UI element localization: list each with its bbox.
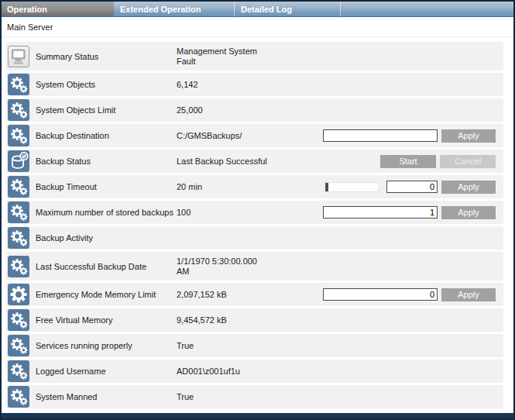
apply-button[interactable]: Apply xyxy=(441,129,496,143)
page-title: Main Server xyxy=(7,22,53,32)
row-value: 100 xyxy=(177,208,293,218)
max-stored-backups-input[interactable] xyxy=(323,206,438,219)
row-controls: Apply xyxy=(324,181,496,194)
page-header: Main Server xyxy=(2,17,513,37)
row-value: 9,454,572 kB xyxy=(177,315,293,325)
gears-icon xyxy=(8,360,29,382)
row-value: True xyxy=(177,341,293,351)
gears-icon xyxy=(8,227,29,249)
cancel-button[interactable]: Cancel xyxy=(440,155,496,168)
apply-button[interactable]: Apply xyxy=(441,288,496,301)
backup-destination-input[interactable] xyxy=(323,129,438,142)
row-system-objects: System Objects 6,142 xyxy=(6,73,503,96)
tab-extended-operation[interactable]: Extended Operation xyxy=(114,2,235,16)
row-value: 2,097,152 kB xyxy=(177,290,293,300)
row-backup-activity: Backup Activity xyxy=(6,226,503,250)
window-bottom-bar xyxy=(2,413,513,418)
row-label: Free Virtual Memory xyxy=(36,315,177,325)
row-value: 6,142 xyxy=(177,80,293,90)
row-max-stored-backups: Maximum number of stored backups 100 App… xyxy=(6,201,503,224)
row-label: Maximum number of stored backups xyxy=(36,208,177,217)
row-label: Services running properly xyxy=(36,341,177,350)
row-value: 25,000 xyxy=(177,105,293,115)
tab-extended-operation-label: Extended Operation xyxy=(120,5,201,14)
tab-operation-label: Operation xyxy=(7,5,47,14)
row-system-manned: System Manned True xyxy=(6,385,503,408)
row-logged-username: Logged Username AD001\z001uf1u xyxy=(6,360,503,383)
row-controls: Apply xyxy=(323,129,496,143)
gears-icon xyxy=(8,201,29,223)
row-value: Last Backup Successful xyxy=(177,157,293,167)
row-system-objects-limit: System Objects Limit 25,000 xyxy=(6,98,503,122)
row-label: Summary Status xyxy=(36,52,177,61)
property-rows: Summary Status Management System Fault S… xyxy=(2,42,513,408)
row-summary-status: Summary Status Management System Fault xyxy=(6,42,503,71)
row-services-running-properly: Services running properly True xyxy=(6,334,503,357)
row-value: Management System Fault xyxy=(177,46,293,67)
row-label: System Objects xyxy=(36,80,177,89)
gear-icon xyxy=(8,284,29,305)
row-label: System Manned xyxy=(36,392,177,401)
row-last-successful-backup-date: Last Successful Backup Date 1/1/1970 5:3… xyxy=(6,252,503,281)
gears-icon xyxy=(8,335,29,356)
gears-icon xyxy=(8,74,29,95)
database-check-icon xyxy=(8,150,29,172)
tab-bar-filler xyxy=(341,2,513,16)
row-label: Backup Status xyxy=(36,157,177,166)
gears-icon xyxy=(8,176,29,198)
row-value: AD001\z001uf1u xyxy=(177,367,293,377)
row-controls: Start Cancel xyxy=(380,155,496,168)
tab-bar: Operation Extended Operation Detailed Lo… xyxy=(2,2,513,17)
gears-icon xyxy=(8,256,29,277)
row-controls: Apply xyxy=(323,206,496,219)
row-value: C:/GMSBackups/ xyxy=(177,131,293,141)
gears-icon xyxy=(8,386,29,408)
row-label: Logged Username xyxy=(36,367,177,376)
tab-operation[interactable]: Operation xyxy=(2,2,114,16)
row-backup-timeout: Backup Timeout 20 min Apply xyxy=(6,175,503,198)
row-label: Last Successful Backup Date xyxy=(36,262,177,271)
gears-icon xyxy=(8,309,29,331)
emergency-memory-limit-input[interactable] xyxy=(323,288,438,301)
row-label: Backup Destination xyxy=(36,131,177,140)
row-value: True xyxy=(177,392,293,402)
slider-handle[interactable] xyxy=(325,183,328,191)
backup-timeout-slider[interactable] xyxy=(324,182,379,192)
row-label: Emergency Mode Memory Limit xyxy=(36,290,177,299)
row-free-virtual-memory: Free Virtual Memory 9,454,572 kB xyxy=(6,308,503,332)
tab-detailed-log[interactable]: Detailed Log xyxy=(235,2,341,16)
row-label: Backup Timeout xyxy=(36,182,177,191)
row-label: System Objects Limit xyxy=(36,105,177,115)
apply-button[interactable]: Apply xyxy=(441,181,496,194)
computer-icon xyxy=(8,46,29,67)
tab-detailed-log-label: Detailed Log xyxy=(241,5,292,14)
start-button[interactable]: Start xyxy=(380,155,436,168)
row-controls: Apply xyxy=(323,288,496,301)
row-emergency-mode-memory-limit: Emergency Mode Memory Limit 2,097,152 kB… xyxy=(6,283,503,306)
gears-icon xyxy=(8,125,29,146)
row-label: Backup Activity xyxy=(36,233,177,243)
row-backup-destination: Backup Destination C:/GMSBackups/ Apply xyxy=(6,124,503,147)
main-window: Operation Extended Operation Detailed Lo… xyxy=(0,0,515,420)
row-backup-status: Backup Status Last Backup Successful Sta… xyxy=(6,150,503,173)
gears-icon xyxy=(8,99,29,121)
row-value: 1/1/1970 5:30:00.000 AM xyxy=(177,256,293,277)
row-value: 20 min xyxy=(177,182,293,192)
apply-button[interactable]: Apply xyxy=(441,206,496,219)
backup-timeout-input[interactable] xyxy=(386,181,438,193)
